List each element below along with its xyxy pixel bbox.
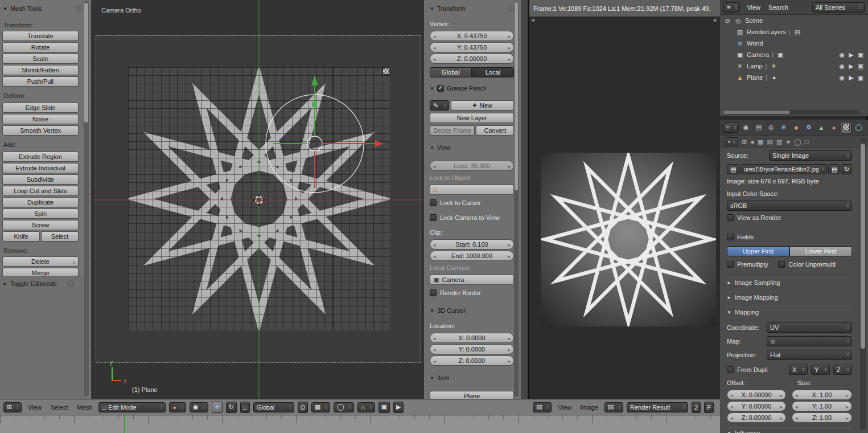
outliner-search-menu[interactable]: Search xyxy=(767,4,789,11)
offset-x-field[interactable]: X: 0.00000 xyxy=(727,390,786,400)
n-panel-scrollbar-thumb[interactable] xyxy=(515,2,518,190)
outliner-item-label[interactable]: World xyxy=(747,40,763,47)
context-icon[interactable]: ⊞ xyxy=(742,138,747,146)
timeline-playhead[interactable] xyxy=(124,415,125,433)
screw-button[interactable]: Screw xyxy=(2,220,79,230)
panel-drag-widget[interactable] xyxy=(67,280,74,287)
push-pull-button[interactable]: Push/Pull xyxy=(2,76,79,87)
toggle-editmode-panel-header[interactable]: ► Toggle Editmode xyxy=(3,278,74,289)
clip-start-field[interactable]: Start: 0.100 xyxy=(430,239,514,250)
noise-button[interactable]: Noise xyxy=(2,114,79,124)
outliner-item-label[interactable]: Scene xyxy=(745,17,763,24)
snap-magnet-toggle[interactable]: Ω xyxy=(298,402,308,413)
manipulator-scale-toggle[interactable]: □ xyxy=(240,402,250,413)
collapse-minus-icon[interactable]: ⊖ xyxy=(723,17,731,24)
object-data-tab[interactable]: ▲ xyxy=(816,122,826,133)
from-dupli-checkbox[interactable] xyxy=(727,366,734,373)
vertex-z-field[interactable]: Z: 0.00000 xyxy=(430,54,514,64)
duplicate-button[interactable]: Duplicate xyxy=(2,197,79,207)
material-tab[interactable]: ● xyxy=(828,122,839,133)
uv-map-field[interactable]: ⊞ xyxy=(767,336,852,346)
projection-dropdown[interactable]: Flat xyxy=(767,350,852,360)
reload-image-button[interactable]: ↻ xyxy=(841,164,852,174)
editor-type-dropdown[interactable]: ≡ xyxy=(723,2,740,13)
upper-first-button[interactable]: Upper First xyxy=(727,246,789,256)
view-as-render-checkbox[interactable] xyxy=(727,214,734,221)
image-editor[interactable]: ✚ ✚ xyxy=(529,17,720,399)
grease-pencil-panel-header[interactable]: ▼ Grease Pencil xyxy=(430,83,514,93)
lock-to-cursor-checkbox[interactable] xyxy=(430,199,437,206)
mesh-tools-panel-header[interactable]: ▼ Mesh Tools xyxy=(3,3,82,14)
viewport-3d[interactable]: y x Camera Ortho (1) Plane xyxy=(91,0,424,399)
scale-button[interactable]: Scale xyxy=(2,54,79,64)
offset-z-field[interactable]: Z: 0.00000 xyxy=(727,412,786,423)
vertex-y-field[interactable]: Y: 0.43750 xyxy=(430,42,514,52)
color-space-dropdown[interactable]: sRGB xyxy=(727,201,852,211)
object-tab[interactable]: ■ xyxy=(791,122,801,133)
loop-cut-button[interactable]: Loop Cut and Slide xyxy=(2,186,79,196)
knife-button[interactable]: Knife xyxy=(2,231,40,242)
context-icon[interactable]: ∗ xyxy=(785,138,791,146)
axis-z-dropdown[interactable]: Z xyxy=(833,365,852,375)
proportional-edit-dropdown[interactable]: ◯ xyxy=(334,402,353,412)
renderable-camera-icon[interactable]: ▣ xyxy=(858,51,863,59)
delete-menu-button[interactable]: Delete xyxy=(2,256,79,267)
item-panel-header[interactable]: ▼ Item xyxy=(430,373,514,383)
size-y-field[interactable]: Y: 1.00 xyxy=(792,401,852,411)
select-button[interactable]: Select xyxy=(41,231,79,242)
view-panel-header[interactable]: ▼ View xyxy=(430,142,514,153)
visibility-eye-icon[interactable]: ◉ xyxy=(840,63,845,70)
axis-x-dropdown[interactable]: X xyxy=(789,365,808,375)
visibility-eye-icon[interactable]: ◉ xyxy=(840,74,845,81)
mode-dropdown[interactable]: □ Edit Mode xyxy=(98,402,166,412)
image-path-field[interactable]: ures1\BryceTerrainEditor2.jpg xyxy=(741,164,827,174)
subdivide-button[interactable]: Subdivide xyxy=(2,174,79,185)
transform-panel-header[interactable]: ▼ Transform xyxy=(430,3,514,14)
outliner-item-label[interactable]: Plane xyxy=(747,74,763,81)
local-toggle-button[interactable]: Local xyxy=(472,67,514,77)
editor-type-dropdown[interactable]: ≡ xyxy=(722,122,739,133)
manipulator-rotate-toggle[interactable]: ↻ xyxy=(226,402,237,413)
outliner-row-scene[interactable]: ⊖ ◎ Scene xyxy=(720,15,868,26)
new-layer-button[interactable]: New Layer xyxy=(430,113,514,123)
panel-drag-widget[interactable] xyxy=(507,5,514,12)
outliner-view-menu[interactable]: View xyxy=(746,4,762,11)
renderable-camera-icon[interactable]: ▣ xyxy=(858,74,863,81)
texture-slot-dropdown[interactable]: ▪ xyxy=(725,137,738,146)
vertex-x-field[interactable]: X: 0.43750 xyxy=(430,31,514,41)
premultiply-checkbox[interactable] xyxy=(727,261,734,268)
convert-button[interactable]: Convert xyxy=(476,125,514,136)
lock-camera-checkbox[interactable] xyxy=(430,214,437,221)
renderable-camera-icon[interactable]: ▣ xyxy=(858,63,863,70)
scene-tab[interactable]: ◎ xyxy=(766,122,776,133)
context-icon[interactable]: ● xyxy=(750,138,754,145)
outliner-row-plane[interactable]: ▲ Plane | ● ◉ ▶ ▣ xyxy=(720,72,868,83)
image-sampling-panel-header[interactable]: ► Image Sampling xyxy=(727,277,852,286)
editor-type-dropdown[interactable]: ▤ xyxy=(533,402,552,412)
mesh-menu[interactable]: Mesh xyxy=(74,404,95,411)
offset-y-field[interactable]: Y: 0.00000 xyxy=(727,401,786,411)
view-menu[interactable]: View xyxy=(25,404,44,411)
outliner-row-world[interactable]: ⊕ World xyxy=(720,38,868,49)
manipulator-translate-toggle[interactable]: ✚ xyxy=(212,402,223,413)
context-icon[interactable]: ▦ xyxy=(758,138,763,146)
outliner-item-label[interactable]: Lamp xyxy=(747,63,763,70)
outliner-h-scrollbar-thumb[interactable] xyxy=(723,111,790,114)
extrude-region-button[interactable]: Extrude Region xyxy=(2,152,79,162)
influence-panel-header[interactable]: ▼ Influence xyxy=(727,427,852,433)
size-z-field[interactable]: Z: 1.00 xyxy=(792,412,852,423)
panel-drag-widget[interactable] xyxy=(75,5,82,12)
shrink-fatten-button[interactable]: Shrink/Fatten xyxy=(2,65,79,75)
cursor-z-field[interactable]: Z: 0.0000 xyxy=(430,356,514,366)
region-corner-widget[interactable]: ✚ xyxy=(713,18,717,23)
select-menu[interactable]: Select xyxy=(48,404,71,411)
outliner-row-camera[interactable]: ▣ Camera | ▣ ◉ ▶ ▣ xyxy=(720,49,868,60)
source-dropdown[interactable]: Single Image xyxy=(769,150,852,161)
visibility-eye-icon[interactable]: ◉ xyxy=(840,51,845,59)
grease-pencil-draw-dropdown[interactable]: ✎ xyxy=(430,100,449,111)
selectable-arrow-icon[interactable]: ▶ xyxy=(849,74,853,81)
region-corner-widget[interactable]: ✚ xyxy=(531,18,536,23)
outliner-row-renderlayers[interactable]: ▥ RenderLayers | ▤ xyxy=(720,26,868,38)
texture-tab[interactable] xyxy=(841,122,851,133)
pivot-point-dropdown[interactable]: ◉ xyxy=(190,402,208,412)
